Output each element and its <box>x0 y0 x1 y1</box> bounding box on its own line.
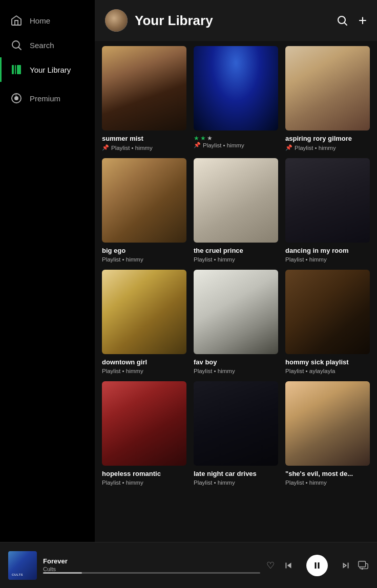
playlist-name: late night car drives <box>194 470 278 477</box>
playlist-type: Playlist • himmy <box>102 256 143 263</box>
playlist-late-night[interactable]: late night car drives Playlist • himmy <box>194 381 278 486</box>
playlist-type: Playlist • himmy <box>285 480 327 486</box>
svg-point-5 <box>14 96 18 100</box>
playlist-meta: Playlist • himmy <box>102 368 186 374</box>
progress-bar <box>43 572 260 574</box>
playlist-thumb <box>102 381 186 466</box>
svg-rect-9 <box>359 561 366 567</box>
playlist-thumb <box>285 381 370 466</box>
star-1: ★ <box>194 135 199 142</box>
playlist-thumb <box>285 46 370 130</box>
svg-point-10 <box>362 568 363 569</box>
playlist-meta: Playlist • himmy <box>194 480 278 486</box>
sidebar-item-premium[interactable]: Premium <box>0 86 95 111</box>
premium-icon <box>10 92 23 104</box>
user-avatar[interactable] <box>105 9 128 32</box>
now-playing-artist: Cults <box>43 566 260 572</box>
playlist-thumb <box>194 46 278 130</box>
playlist-hopeless-romantic[interactable]: hopeless romantic Playlist • himmy <box>102 381 186 486</box>
now-playing-album-art[interactable]: CULTS <box>8 551 37 580</box>
pin-icon: 📌 <box>102 144 109 151</box>
playlist-thumb <box>285 158 370 243</box>
now-playing-title: Forever <box>43 557 260 565</box>
sidebar-item-search[interactable]: Search <box>0 33 95 57</box>
play-pause-button[interactable] <box>306 555 328 576</box>
svg-rect-7 <box>315 562 317 569</box>
sidebar-item-library[interactable]: Your Library <box>0 57 95 82</box>
playlist-type: Playlist • aylaylayla <box>285 368 335 374</box>
sidebar-search-label: Search <box>30 41 54 50</box>
svg-point-6 <box>338 16 345 24</box>
playlist-type: Playlist • himmy <box>285 256 327 263</box>
playlist-summer-mist[interactable]: summer mist 📌 Playlist • himmy <box>102 46 186 151</box>
playlist-stars-rating: ★ ★ ★ <box>194 135 278 142</box>
heart-button[interactable]: ♡ <box>266 560 275 571</box>
pin-icon: 📌 <box>285 144 292 151</box>
playlist-shes-evil[interactable]: "she's evil, most de... Playlist • himmy <box>285 381 370 486</box>
playlist-name: "she's evil, most de... <box>285 470 370 477</box>
playlist-name: hopeless romantic <box>102 470 186 477</box>
playlist-name: aspiring rory gilmore <box>285 135 370 142</box>
page-title: Your Library <box>135 13 329 29</box>
playlist-name: downtown girl <box>102 358 186 366</box>
playlist-thumb <box>102 46 186 130</box>
pin-icon: 📌 <box>194 142 201 148</box>
sidebar-item-home[interactable]: Home <box>0 8 95 33</box>
playlist-name: summer mist <box>102 135 186 142</box>
playlist-name: hommy sick playlist <box>285 358 370 366</box>
grid-row-1: summer mist 📌 Playlist • himmy ★ ★ ★ <box>102 46 370 151</box>
playlist-downtown-girl[interactable]: downtown girl Playlist • himmy <box>102 270 186 374</box>
playlist-thumb <box>194 381 278 466</box>
search-button[interactable] <box>336 14 348 27</box>
add-button[interactable]: + <box>359 13 367 28</box>
playlist-thumb <box>102 158 186 243</box>
playlist-fav-boy[interactable]: fav boy Playlist • himmy <box>194 270 278 374</box>
next-button[interactable] <box>340 560 351 571</box>
playlist-name: the cruel prince <box>194 247 278 254</box>
grid-row-4: hopeless romantic Playlist • himmy late … <box>102 381 370 486</box>
playlist-type: Playlist • himmy <box>102 368 143 374</box>
playlist-type: Playlist • himmy <box>111 145 153 151</box>
album-label: CULTS <box>12 573 23 576</box>
star-2: ★ <box>200 135 206 142</box>
playlist-meta: 📌 Playlist • himmy <box>194 142 278 148</box>
search-icon <box>10 39 23 51</box>
playback-controls <box>283 555 351 576</box>
playlist-big-ego[interactable]: big ego Playlist • himmy <box>102 158 186 263</box>
playlist-thumb <box>102 270 186 354</box>
svg-rect-8 <box>318 562 320 569</box>
playlist-type: Playlist • himmy <box>102 480 143 486</box>
playlist-meta: Playlist • himmy <box>102 480 186 486</box>
star-3: ★ <box>207 135 213 142</box>
playlist-cruel-prince[interactable]: the cruel prince Playlist • himmy <box>194 158 278 263</box>
album-art-image: CULTS <box>8 551 37 580</box>
header: Your Library + <box>95 0 377 41</box>
playlist-aspiring-rory[interactable]: aspiring rory gilmore 📌 Playlist • himmy <box>285 46 370 151</box>
prev-button[interactable] <box>283 560 294 571</box>
library-icon <box>10 63 23 76</box>
progress-fill <box>43 572 82 574</box>
library-grid: summer mist 📌 Playlist • himmy ★ ★ ★ <box>95 41 377 542</box>
sidebar: Home Search Your Library <box>0 0 95 542</box>
now-playing-info: Forever Cults <box>43 557 260 574</box>
playlist-thumb <box>194 270 278 354</box>
now-playing-bar: CULTS Forever Cults ♡ <box>0 542 377 588</box>
grid-row-3: downtown girl Playlist • himmy fav boy P… <box>102 270 370 374</box>
device-button[interactable] <box>358 560 369 571</box>
playlist-hommy-sick[interactable]: hommy sick playlist Playlist • aylaylayl… <box>285 270 370 374</box>
playlist-name: big ego <box>102 247 186 254</box>
header-actions: + <box>336 13 367 28</box>
playlist-meta: 📌 Playlist • himmy <box>102 144 186 151</box>
home-icon <box>10 14 23 27</box>
playlist-dancing[interactable]: dancing in my room Playlist • himmy <box>285 158 370 263</box>
playlist-stars[interactable]: ★ ★ ★ 📌 Playlist • himmy <box>194 46 278 151</box>
grid-row-2: big ego Playlist • himmy the cruel princ… <box>102 158 370 263</box>
playlist-meta: Playlist • himmy <box>285 480 370 486</box>
sidebar-premium-label: Premium <box>30 94 60 103</box>
playlist-meta: Playlist • aylaylayla <box>285 368 370 374</box>
playlist-type: Playlist • himmy <box>194 480 235 486</box>
playlist-meta: Playlist • himmy <box>102 256 186 263</box>
sidebar-home-label: Home <box>30 16 50 25</box>
playlist-type: Playlist • himmy <box>295 145 336 151</box>
playlist-meta: Playlist • himmy <box>194 368 278 374</box>
